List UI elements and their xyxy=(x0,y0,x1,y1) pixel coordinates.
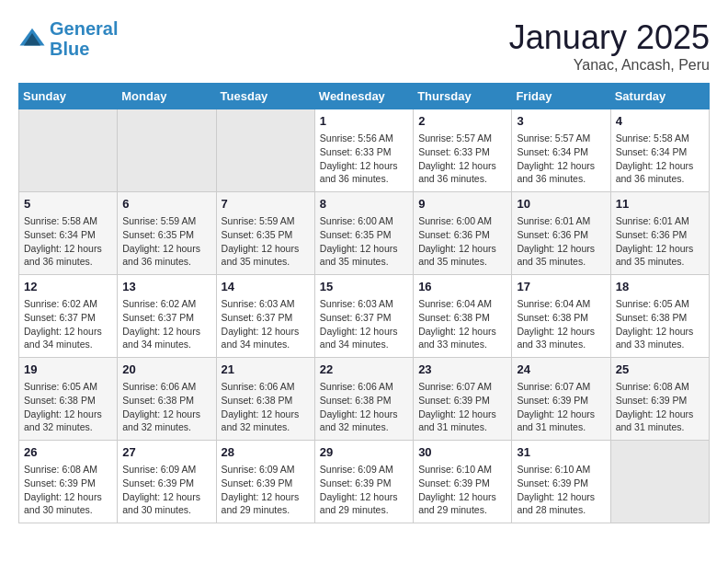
calendar-cell: 9Sunrise: 6:00 AM Sunset: 6:36 PM Daylig… xyxy=(414,192,512,275)
day-info: Sunrise: 6:08 AM Sunset: 6:39 PM Dayligh… xyxy=(24,464,102,515)
day-info: Sunrise: 6:06 AM Sunset: 6:38 PM Dayligh… xyxy=(222,381,300,432)
page-header: General Blue January 2025 Yanac, Ancash,… xyxy=(18,18,710,74)
day-info: Sunrise: 6:00 AM Sunset: 6:35 PM Dayligh… xyxy=(320,215,398,267)
day-info: Sunrise: 5:56 AM Sunset: 6:33 PM Dayligh… xyxy=(320,132,398,184)
calendar-cell: 31Sunrise: 6:10 AM Sunset: 6:39 PM Dayli… xyxy=(512,441,610,523)
day-number: 2 xyxy=(418,113,506,130)
calendar-week-row: 26Sunrise: 6:08 AM Sunset: 6:39 PM Dayli… xyxy=(19,441,710,523)
day-info: Sunrise: 6:07 AM Sunset: 6:39 PM Dayligh… xyxy=(418,381,496,432)
day-info: Sunrise: 6:05 AM Sunset: 6:38 PM Dayligh… xyxy=(616,298,694,350)
day-number: 19 xyxy=(24,362,112,378)
day-info: Sunrise: 6:06 AM Sunset: 6:38 PM Dayligh… xyxy=(320,381,398,432)
calendar-cell: 16Sunrise: 6:04 AM Sunset: 6:38 PM Dayli… xyxy=(414,275,512,358)
day-info: Sunrise: 6:05 AM Sunset: 6:38 PM Dayligh… xyxy=(24,381,102,432)
day-number: 20 xyxy=(122,362,210,378)
weekday-header: Sunday xyxy=(19,84,118,109)
calendar-table: SundayMondayTuesdayWednesdayThursdayFrid… xyxy=(18,83,710,523)
calendar-cell: 20Sunrise: 6:06 AM Sunset: 6:38 PM Dayli… xyxy=(118,358,216,441)
day-number: 10 xyxy=(517,196,605,213)
day-number: 14 xyxy=(222,279,310,295)
day-info: Sunrise: 6:02 AM Sunset: 6:37 PM Dayligh… xyxy=(24,298,102,350)
day-number: 15 xyxy=(320,279,408,295)
calendar-cell xyxy=(19,109,118,192)
calendar-cell: 30Sunrise: 6:10 AM Sunset: 6:39 PM Dayli… xyxy=(414,441,512,523)
calendar-cell: 12Sunrise: 6:02 AM Sunset: 6:37 PM Dayli… xyxy=(19,275,118,358)
day-number: 11 xyxy=(616,196,704,213)
day-info: Sunrise: 5:59 AM Sunset: 6:35 PM Dayligh… xyxy=(222,215,300,267)
day-number: 8 xyxy=(320,196,408,213)
day-info: Sunrise: 5:58 AM Sunset: 6:34 PM Dayligh… xyxy=(616,132,694,184)
day-number: 7 xyxy=(222,196,310,213)
day-info: Sunrise: 5:59 AM Sunset: 6:35 PM Dayligh… xyxy=(122,215,200,267)
day-info: Sunrise: 6:09 AM Sunset: 6:39 PM Dayligh… xyxy=(122,464,200,515)
day-info: Sunrise: 6:10 AM Sunset: 6:39 PM Dayligh… xyxy=(517,464,595,515)
weekday-header: Saturday xyxy=(610,84,709,109)
calendar-cell: 29Sunrise: 6:09 AM Sunset: 6:39 PM Dayli… xyxy=(314,441,413,523)
calendar-cell: 3Sunrise: 5:57 AM Sunset: 6:34 PM Daylig… xyxy=(512,109,610,192)
day-info: Sunrise: 6:06 AM Sunset: 6:38 PM Dayligh… xyxy=(122,381,200,432)
calendar-cell: 19Sunrise: 6:05 AM Sunset: 6:38 PM Dayli… xyxy=(19,358,118,441)
day-info: Sunrise: 6:08 AM Sunset: 6:39 PM Dayligh… xyxy=(616,381,694,432)
calendar-cell: 10Sunrise: 6:01 AM Sunset: 6:36 PM Dayli… xyxy=(512,192,610,275)
day-number: 3 xyxy=(517,113,605,130)
day-number: 27 xyxy=(122,444,210,461)
calendar-cell: 25Sunrise: 6:08 AM Sunset: 6:39 PM Dayli… xyxy=(610,358,709,441)
calendar-cell xyxy=(216,109,314,192)
day-number: 16 xyxy=(418,279,506,295)
day-number: 12 xyxy=(24,279,112,295)
day-number: 31 xyxy=(517,444,605,461)
calendar-week-row: 12Sunrise: 6:02 AM Sunset: 6:37 PM Dayli… xyxy=(19,275,710,358)
calendar-week-row: 19Sunrise: 6:05 AM Sunset: 6:38 PM Dayli… xyxy=(19,358,710,441)
day-number: 22 xyxy=(320,362,408,378)
weekday-header: Thursday xyxy=(414,84,512,109)
day-info: Sunrise: 5:57 AM Sunset: 6:34 PM Dayligh… xyxy=(517,132,595,184)
day-number: 4 xyxy=(616,113,704,130)
day-number: 13 xyxy=(122,279,210,295)
day-info: Sunrise: 5:58 AM Sunset: 6:34 PM Dayligh… xyxy=(24,215,102,267)
day-number: 21 xyxy=(222,362,310,378)
calendar-cell: 13Sunrise: 6:02 AM Sunset: 6:37 PM Dayli… xyxy=(118,275,216,358)
page-title: January 2025 xyxy=(509,18,710,57)
weekday-header: Monday xyxy=(118,84,216,109)
day-number: 24 xyxy=(517,362,605,378)
day-number: 30 xyxy=(418,444,506,461)
day-info: Sunrise: 6:01 AM Sunset: 6:36 PM Dayligh… xyxy=(517,215,595,267)
calendar-cell: 2Sunrise: 5:57 AM Sunset: 6:33 PM Daylig… xyxy=(414,109,512,192)
day-info: Sunrise: 5:57 AM Sunset: 6:33 PM Dayligh… xyxy=(418,132,496,184)
logo-text: General Blue xyxy=(50,18,118,59)
calendar-week-row: 5Sunrise: 5:58 AM Sunset: 6:34 PM Daylig… xyxy=(19,192,710,275)
calendar-cell: 6Sunrise: 5:59 AM Sunset: 6:35 PM Daylig… xyxy=(118,192,216,275)
day-info: Sunrise: 6:04 AM Sunset: 6:38 PM Dayligh… xyxy=(418,298,496,350)
weekday-header-row: SundayMondayTuesdayWednesdayThursdayFrid… xyxy=(19,84,710,109)
calendar-cell: 5Sunrise: 5:58 AM Sunset: 6:34 PM Daylig… xyxy=(19,192,118,275)
calendar-cell xyxy=(610,441,709,523)
calendar-cell: 1Sunrise: 5:56 AM Sunset: 6:33 PM Daylig… xyxy=(314,109,413,192)
day-info: Sunrise: 6:03 AM Sunset: 6:37 PM Dayligh… xyxy=(222,298,300,350)
day-info: Sunrise: 6:00 AM Sunset: 6:36 PM Dayligh… xyxy=(418,215,496,267)
day-number: 6 xyxy=(122,196,210,213)
calendar-cell: 14Sunrise: 6:03 AM Sunset: 6:37 PM Dayli… xyxy=(216,275,314,358)
day-number: 5 xyxy=(24,196,112,213)
calendar-cell: 8Sunrise: 6:00 AM Sunset: 6:35 PM Daylig… xyxy=(314,192,413,275)
day-info: Sunrise: 6:02 AM Sunset: 6:37 PM Dayligh… xyxy=(122,298,200,350)
day-info: Sunrise: 6:03 AM Sunset: 6:37 PM Dayligh… xyxy=(320,298,398,350)
calendar-cell: 15Sunrise: 6:03 AM Sunset: 6:37 PM Dayli… xyxy=(314,275,413,358)
calendar-cell: 28Sunrise: 6:09 AM Sunset: 6:39 PM Dayli… xyxy=(216,441,314,523)
calendar-cell: 4Sunrise: 5:58 AM Sunset: 6:34 PM Daylig… xyxy=(610,109,709,192)
page-subtitle: Yanac, Ancash, Peru xyxy=(509,57,710,74)
day-number: 26 xyxy=(24,444,112,461)
weekday-header: Tuesday xyxy=(216,84,314,109)
weekday-header: Friday xyxy=(512,84,610,109)
calendar-cell: 18Sunrise: 6:05 AM Sunset: 6:38 PM Dayli… xyxy=(610,275,709,358)
day-info: Sunrise: 6:10 AM Sunset: 6:39 PM Dayligh… xyxy=(418,464,496,515)
day-number: 18 xyxy=(616,279,704,295)
day-number: 1 xyxy=(320,113,408,130)
day-number: 17 xyxy=(517,279,605,295)
calendar-cell: 24Sunrise: 6:07 AM Sunset: 6:39 PM Dayli… xyxy=(512,358,610,441)
title-block: January 2025 Yanac, Ancash, Peru xyxy=(509,18,710,74)
day-info: Sunrise: 6:09 AM Sunset: 6:39 PM Dayligh… xyxy=(222,464,300,515)
day-number: 28 xyxy=(222,444,310,461)
day-number: 9 xyxy=(418,196,506,213)
weekday-header: Wednesday xyxy=(314,84,413,109)
logo: General Blue xyxy=(18,18,118,59)
